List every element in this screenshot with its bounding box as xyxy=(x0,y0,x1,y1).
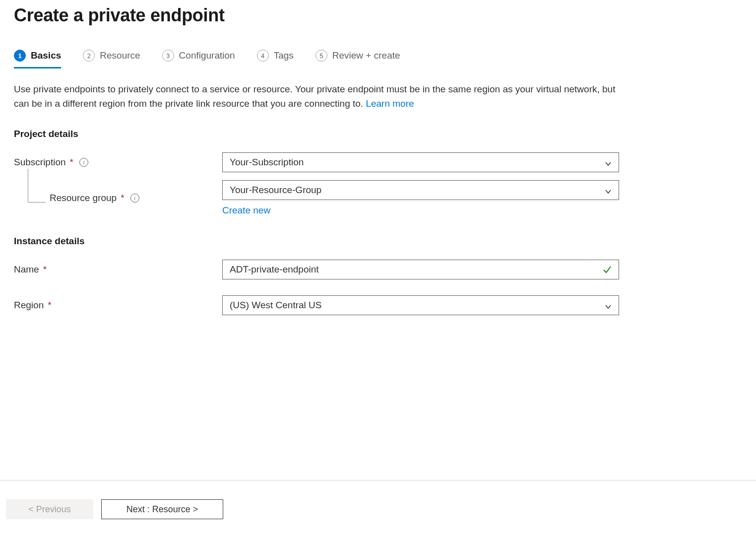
required-star-icon: * xyxy=(43,264,47,275)
wizard-footer: < Previous Next : Resource > xyxy=(0,480,756,545)
region-label: Region * xyxy=(14,300,222,311)
required-star-icon: * xyxy=(70,157,73,168)
tab-tags[interactable]: 4 Tags xyxy=(257,50,294,68)
next-button[interactable]: Next : Resource > xyxy=(101,499,223,519)
region-dropdown[interactable]: (US) West Central US xyxy=(222,295,619,315)
chevron-down-icon xyxy=(605,159,612,166)
name-input[interactable] xyxy=(230,264,603,275)
tab-number-icon: 1 xyxy=(14,50,26,62)
subscription-label: Subscription * i xyxy=(14,157,222,168)
description-text: Use private endpoints to privately conne… xyxy=(14,82,624,111)
required-star-icon: * xyxy=(48,300,51,311)
tab-configuration[interactable]: 3 Configuration xyxy=(162,50,235,68)
learn-more-link[interactable]: Learn more xyxy=(366,98,414,109)
required-star-icon: * xyxy=(121,193,124,204)
tab-number-icon: 4 xyxy=(257,50,269,62)
wizard-tabs: 1 Basics 2 Resource 3 Configuration 4 Ta… xyxy=(14,50,742,68)
tab-number-icon: 5 xyxy=(315,50,327,62)
dropdown-value: Your-Subscription xyxy=(230,157,304,168)
chevron-down-icon xyxy=(605,187,612,194)
tab-number-icon: 3 xyxy=(162,50,174,62)
tab-resource[interactable]: 2 Resource xyxy=(83,50,140,68)
subscription-dropdown[interactable]: Your-Subscription xyxy=(222,152,619,172)
tab-basics[interactable]: 1 Basics xyxy=(14,50,61,68)
info-icon[interactable]: i xyxy=(79,158,88,167)
tree-connector-icon xyxy=(28,169,46,203)
info-icon[interactable]: i xyxy=(130,194,139,203)
resource-group-label: Resource group * i xyxy=(14,193,222,204)
tab-label: Review + create xyxy=(332,50,400,61)
tab-label: Tags xyxy=(274,50,294,61)
checkmark-icon xyxy=(603,265,612,274)
resource-group-dropdown[interactable]: Your-Resource-Group xyxy=(222,180,619,200)
dropdown-value: Your-Resource-Group xyxy=(230,185,321,196)
tab-label: Basics xyxy=(31,50,61,61)
previous-button[interactable]: < Previous xyxy=(6,499,93,519)
chevron-down-icon xyxy=(605,302,612,309)
tab-number-icon: 2 xyxy=(83,50,95,62)
tab-review-create[interactable]: 5 Review + create xyxy=(315,50,400,68)
section-project-details: Project details xyxy=(14,129,742,139)
tab-label: Resource xyxy=(100,50,140,61)
name-label: Name * xyxy=(14,264,222,275)
tab-label: Configuration xyxy=(179,50,235,61)
section-instance-details: Instance details xyxy=(14,236,742,247)
dropdown-value: (US) West Central US xyxy=(230,300,321,311)
create-new-link[interactable]: Create new xyxy=(222,205,270,216)
page-title: Create a private endpoint xyxy=(14,5,742,26)
